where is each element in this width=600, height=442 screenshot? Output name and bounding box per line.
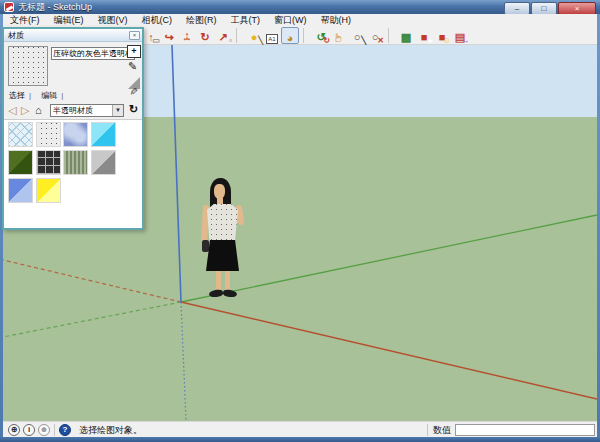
- toolbar-separator: [388, 28, 395, 43]
- zoom-extents-tool[interactable]: ○✕: [366, 27, 384, 44]
- material-name-field[interactable]: [51, 47, 135, 60]
- sketchup-window: 无标题 - SketchUp – □ × 文件(F)编辑(E)视图(V)相机(C…: [0, 0, 600, 442]
- materials-panel-close-button[interactable]: ×: [129, 31, 140, 40]
- status-message: 选择绘图对象。: [79, 422, 142, 438]
- measurement-label: 数值: [433, 422, 451, 438]
- tab-separator: |: [29, 91, 31, 100]
- forward-arrow-icon[interactable]: ▷: [21, 103, 29, 117]
- blue-axis-dotted: [181, 302, 186, 421]
- pan-tool[interactable]: ☞: [330, 27, 348, 44]
- person-left-hand: [202, 240, 209, 252]
- menu-bar: 文件(F)编辑(E)视图(V)相机(C)绘图(R)工具(T)窗口(W)帮助(H): [3, 14, 597, 26]
- app-icon: [4, 2, 14, 12]
- swatch-translucent-blue[interactable]: [8, 178, 33, 203]
- warehouse-upload-icon[interactable]: ■▸: [415, 27, 433, 44]
- swatch-grid: [4, 119, 142, 228]
- push-pull-tool[interactable]: ↑▭: [142, 27, 160, 44]
- create-material-icon[interactable]: +: [127, 45, 141, 58]
- details-flyout-icon[interactable]: ↻: [129, 103, 138, 116]
- menu-item-6[interactable]: 窗口(W): [267, 14, 314, 26]
- get-models-icon[interactable]: ▩: [397, 27, 415, 44]
- measurement-input[interactable]: [455, 424, 595, 436]
- sign-in-icon[interactable]: ☻: [38, 424, 50, 436]
- tape-measure-tool[interactable]: ●╲: [245, 27, 263, 44]
- scale-tool[interactable]: ↗▫: [214, 27, 232, 44]
- swatch-translucent-yellow[interactable]: [36, 178, 61, 203]
- follow-me-tool[interactable]: ↪: [160, 27, 178, 44]
- material-preview-thumbnail[interactable]: [8, 46, 48, 86]
- status-bar: ⊕ i ☻ ? 选择绘图对象。 数值: [3, 421, 597, 437]
- home-icon[interactable]: ⌂: [35, 103, 42, 117]
- tab-separator2: |: [61, 91, 63, 100]
- swatch-translucent-dark-green[interactable]: [8, 150, 33, 175]
- paint-bucket-tool[interactable]: ◕: [281, 27, 299, 44]
- menu-item-3[interactable]: 相机(C): [135, 14, 180, 26]
- materials-panel-title: 材质: [8, 29, 24, 42]
- geolocation-icon[interactable]: ⊕: [8, 424, 20, 436]
- orbit-tool[interactable]: ↺↻: [312, 27, 330, 44]
- tab-select[interactable]: 选择: [9, 91, 25, 100]
- menu-item-4[interactable]: 绘图(R): [179, 14, 224, 26]
- help-icon[interactable]: ?: [59, 424, 71, 436]
- menu-item-1[interactable]: 编辑(E): [47, 14, 91, 26]
- collection-dropdown-value: 半透明材质: [53, 105, 93, 116]
- title-bar: 无标题 - SketchUp – □ ×: [0, 0, 600, 14]
- materials-panel-header[interactable]: 材质 ×: [4, 29, 142, 42]
- person-shirt: [207, 204, 238, 242]
- claim-credit-icon[interactable]: i: [23, 424, 35, 436]
- move-tool[interactable]: ↔↕: [178, 27, 196, 44]
- status-divider: [54, 424, 55, 436]
- dimension-text-tool[interactable]: A1: [263, 27, 281, 44]
- swatch-cloudy-blue-water[interactable]: [63, 122, 88, 147]
- person-face: [214, 184, 225, 199]
- menu-item-5[interactable]: 工具(T): [224, 14, 268, 26]
- set-material-paint-icon[interactable]: ✎: [128, 60, 137, 73]
- person-figure: [199, 178, 247, 302]
- toolbar-separator: [236, 28, 243, 43]
- back-arrow-icon[interactable]: ◁: [8, 103, 16, 117]
- person-skirt: [206, 240, 239, 271]
- menu-item-0[interactable]: 文件(F): [3, 14, 47, 26]
- swatch-fabric-crosshatch-light-blue[interactable]: [8, 122, 33, 147]
- person-right-shoe: [223, 289, 238, 298]
- chevron-down-icon[interactable]: ▼: [112, 105, 123, 116]
- menu-item-2[interactable]: 视图(V): [91, 14, 135, 26]
- tab-edit[interactable]: 编辑: [41, 91, 57, 100]
- red-axis-dashed: [3, 260, 181, 302]
- sample-paint-eyedropper-icon[interactable]: ✎: [128, 87, 139, 95]
- red-axis: [181, 302, 597, 399]
- rotate-tool[interactable]: ↻: [196, 27, 214, 44]
- swatch-translucent-gray[interactable]: [91, 150, 116, 175]
- swatch-translucent-cyan[interactable]: [91, 122, 116, 147]
- zoom-tool[interactable]: ○╲: [348, 27, 366, 44]
- materials-tabs: 选择| 编辑|: [9, 90, 67, 101]
- menu-item-7[interactable]: 帮助(H): [314, 14, 359, 26]
- materials-panel: 材质 × + ✎ 选择| 编辑| ✎ ◁ ▷ ⌂ 半透明材质 ▼ ↻: [2, 27, 144, 230]
- toolbar-separator: [303, 28, 310, 43]
- person-left-shoe: [209, 289, 224, 298]
- swatch-striped-glass-green[interactable]: [63, 150, 88, 175]
- blue-axis: [172, 45, 181, 302]
- swatch-crushed-gray-translucent[interactable]: [36, 122, 61, 147]
- window-title: 无标题 - SketchUp: [18, 1, 92, 14]
- export-share-icon[interactable]: ▤→: [451, 27, 469, 44]
- share-model-icon[interactable]: ■☺: [433, 27, 451, 44]
- swatch-tinted-glass-blocks[interactable]: [36, 150, 61, 175]
- collection-dropdown[interactable]: 半透明材质 ▼: [50, 104, 124, 117]
- status-divider-2: [427, 424, 428, 436]
- green-axis-dashed: [3, 302, 181, 337]
